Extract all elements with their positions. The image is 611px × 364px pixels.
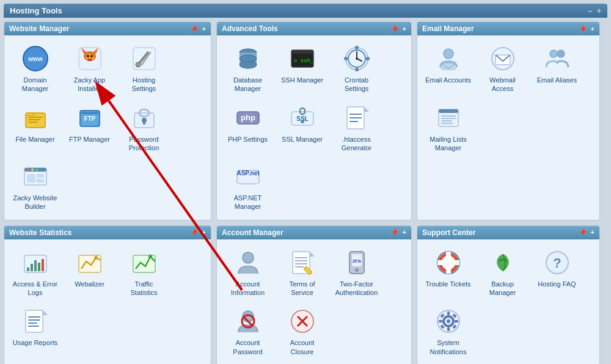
- svg-point-48: [366, 57, 370, 60]
- php-settings-icon: php: [233, 103, 263, 133]
- tool-account-information[interactable]: Account Information: [222, 244, 274, 301]
- panel-header-account-manager: Account Manager 📌 +: [217, 226, 411, 239]
- add-icon-at[interactable]: +: [403, 25, 406, 33]
- tool-label-webalizer: Webalizer: [75, 280, 104, 288]
- tool-crontab-settings[interactable]: Crontab Settings: [331, 40, 382, 97]
- tool-mailing-lists-manager[interactable]: Mailing Lists Manager: [422, 100, 474, 156]
- usage-reports-icon: [21, 307, 50, 336]
- tool-label-ssh-manager: SSH Manager: [281, 76, 323, 84]
- tool-database-manager[interactable]: Database Manager: [222, 40, 274, 97]
- panel-advanced-tools: Advanced Tools 📌 +: [216, 21, 412, 220]
- tool-aspnet-manager[interactable]: ASP.net ASP.NET Manager: [222, 158, 274, 215]
- tool-webalizer[interactable]: Webalizer: [64, 244, 115, 301]
- add-icon-am[interactable]: +: [403, 228, 406, 236]
- panel-header-support-center: Support Center 📌 +: [417, 226, 599, 239]
- account-information-icon: [233, 248, 263, 277]
- panel-header-icons-wm: 📌 +: [190, 25, 206, 33]
- tool-zacky-app[interactable]: Zacky App Installer: [64, 40, 115, 97]
- tool-label-file-manager: File Manager: [15, 135, 54, 144]
- tool-password-protection[interactable]: Password Protection: [118, 100, 170, 156]
- tool-account-password[interactable]: Account Password: [222, 303, 274, 360]
- tool-backup-manager[interactable]: Backup Manager: [477, 244, 529, 301]
- tool-php-settings[interactable]: php PHP Settings: [222, 100, 274, 156]
- tool-label-password-protection: Password Protection: [120, 135, 167, 153]
- tool-zacky-website-builder[interactable]: Zacky Website Builder: [9, 158, 61, 215]
- ssh-manager-icon: > ssh_: [288, 44, 317, 73]
- tool-traffic-statistics[interactable]: Traffic Statistics: [118, 244, 170, 301]
- tool-ssh-manager[interactable]: > ssh_ SSH Manager: [276, 40, 328, 97]
- domain-manager-icon: www: [21, 44, 50, 73]
- svg-rect-86: [28, 316, 40, 318]
- tool-system-notifications[interactable]: System Notifications: [422, 303, 474, 360]
- pin-icon-em[interactable]: 📌: [579, 25, 587, 33]
- svg-point-45: [355, 46, 359, 49]
- pin-icon-wm[interactable]: 📌: [190, 25, 199, 33]
- svg-point-117: [447, 319, 450, 323]
- svg-rect-88: [28, 322, 37, 324]
- svg-rect-16: [28, 119, 40, 120]
- panel-support-center: Support Center 📌 +: [417, 225, 600, 364]
- panel-title-email-manager: Email Manager: [422, 24, 474, 33]
- svg-rect-20: [81, 112, 98, 114]
- expand-icon[interactable]: +: [597, 7, 601, 15]
- pin-icon-sc[interactable]: 📌: [579, 228, 587, 236]
- account-password-icon: [233, 307, 263, 336]
- tool-usage-reports[interactable]: Usage Reports: [9, 303, 61, 351]
- tool-domain-manager[interactable]: www Domain Manager: [9, 40, 61, 97]
- tool-webmail-access[interactable]: Webmail Access: [477, 40, 529, 97]
- add-icon-ws[interactable]: +: [202, 228, 206, 236]
- password-protection-icon: [130, 103, 159, 133]
- panel-header-icons-em: 📌 +: [579, 25, 595, 33]
- svg-rect-71: [441, 118, 456, 119]
- pin-icon-ws[interactable]: 📌: [190, 228, 199, 236]
- tool-ftp-manager[interactable]: FTP FTP Manager: [64, 100, 115, 156]
- add-icon-wm[interactable]: +: [202, 25, 206, 33]
- tool-ssl-manager[interactable]: SSL SSL Manager: [276, 100, 328, 156]
- tool-htaccess-generator[interactable]: .htaccess Generator: [331, 100, 382, 156]
- tool-hosting-settings[interactable]: Hosting Settings: [118, 40, 170, 97]
- tool-label-traffic-statistics: Traffic Statistics: [120, 280, 167, 297]
- svg-rect-79: [42, 259, 44, 271]
- svg-rect-84: [26, 310, 43, 332]
- svg-point-27: [27, 169, 29, 171]
- tool-label-hosting-settings: Hosting Settings: [120, 76, 167, 93]
- tool-terms-of-service[interactable]: Terms of Service: [276, 244, 328, 301]
- svg-rect-120: [439, 320, 442, 322]
- svg-point-44: [356, 57, 358, 60]
- tool-hosting-faq[interactable]: ? Hosting FAQ: [531, 244, 583, 301]
- tool-label-trouble-tickets: Trouble Tickets: [425, 280, 470, 288]
- svg-point-7: [87, 55, 89, 57]
- panel-account-manager: Account Manager 📌 +: [216, 225, 412, 364]
- add-icon-em[interactable]: +: [591, 25, 595, 33]
- svg-point-81: [94, 256, 98, 260]
- panel-header-icons-am: 📌 +: [390, 228, 406, 236]
- tool-label-ftp-manager: FTP Manager: [69, 135, 110, 144]
- svg-point-28: [31, 169, 34, 171]
- pin-icon-am[interactable]: 📌: [390, 228, 399, 236]
- tool-email-aliases[interactable]: Email Aliases: [531, 40, 583, 97]
- tool-label-webmail-access: Webmail Access: [479, 76, 526, 93]
- tool-file-manager[interactable]: File Manager: [9, 100, 61, 156]
- svg-point-9: [87, 59, 92, 61]
- tool-email-accounts[interactable]: Email Accounts: [422, 40, 474, 97]
- panel-website-statistics: Website Statistics 📌 +: [4, 225, 211, 364]
- backup-manager-icon: [488, 248, 518, 277]
- email-accounts-icon: [434, 44, 463, 73]
- tool-label-domain-manager: Domain Manager: [12, 76, 59, 93]
- top-bar-icons: – +: [588, 7, 601, 15]
- svg-rect-30: [27, 174, 35, 183]
- pin-icon-at[interactable]: 📌: [390, 25, 399, 33]
- add-icon-sc[interactable]: +: [591, 228, 595, 236]
- tool-access-error-logs[interactable]: Access & Error Logs: [9, 244, 61, 301]
- email-aliases-icon: [543, 44, 572, 73]
- svg-point-83: [148, 255, 152, 258]
- tool-label-email-aliases: Email Aliases: [537, 76, 577, 84]
- tool-two-factor-auth[interactable]: 2FA Two-Factor Authentication: [331, 244, 382, 301]
- tool-account-closure[interactable]: Account Closure: [276, 303, 328, 360]
- tool-label-usage-reports: Usage Reports: [13, 338, 57, 347]
- tool-trouble-tickets[interactable]: Trouble Tickets: [422, 244, 474, 301]
- panel-title-website-manager: Website Manager: [9, 24, 69, 33]
- svg-point-66: [550, 50, 557, 57]
- crontab-settings-icon: [342, 44, 371, 73]
- minimize-icon[interactable]: –: [588, 7, 592, 15]
